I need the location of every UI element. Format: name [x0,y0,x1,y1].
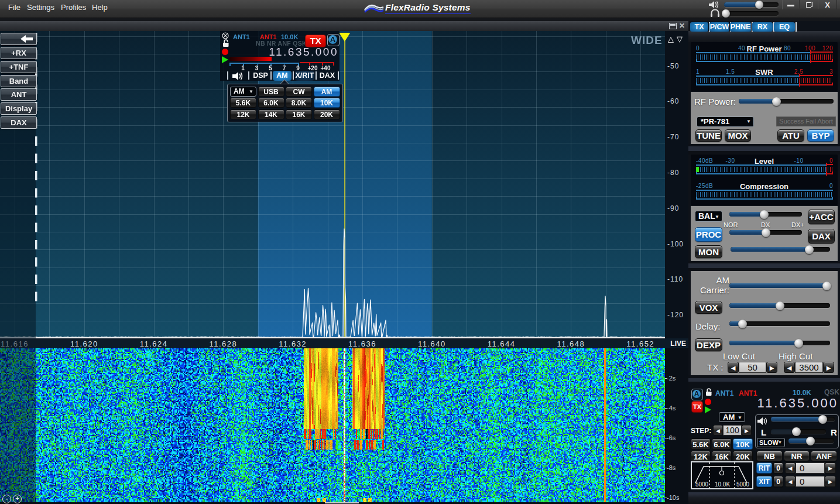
waterfall-canvas[interactable] [0,348,665,504]
rit-decrement-button[interactable]: ◀ [785,462,796,474]
close-button[interactable]: X [818,0,837,9]
low-cut-value[interactable]: 50 [739,362,766,373]
panadapter-close-icon[interactable]: ✕ [679,22,685,30]
filter-button-16k[interactable]: 16K [286,109,312,119]
low-cut-decrement-button[interactable]: ◀ [728,362,739,373]
filter-button-8.0k[interactable]: 8.0K [286,98,312,108]
filter-button-6.0k[interactable]: 6.0K [258,98,284,108]
flag-auto-button[interactable]: A [327,34,340,46]
headphone-slider[interactable] [724,11,779,16]
band-down-icon[interactable]: ▽ [677,35,683,43]
rx-filter-button-12k[interactable]: 12K [691,451,711,462]
high-cut-value[interactable]: 3500 [795,362,823,373]
proc-button[interactable]: PROC [695,227,722,242]
flag-tab-x-rit[interactable]: X/RIT [295,71,314,81]
sidebar-item-rx[interactable]: +RX [1,47,37,59]
rx-mode-dropdown[interactable]: AM ▼ [719,412,745,422]
play-icon[interactable] [222,56,228,63]
delay-slider[interactable] [729,321,830,326]
vox-slider[interactable] [729,303,830,308]
mode-button-am[interactable]: AM [314,87,340,97]
sidebar-item-display[interactable]: Display [1,102,37,115]
headphone-slider-knob[interactable] [722,9,730,18]
flag-audio-tab-icon[interactable] [232,71,245,81]
flag-panel[interactable]: ANT1 ANT1 10.0K NB NR ANF QSK TX A 11.63… [220,31,340,81]
rx-filter-button-20k[interactable]: 20K [733,451,753,462]
step-decrement-button[interactable]: ◀ [713,425,723,436]
record-icon[interactable] [222,49,228,55]
menu-settings[interactable]: Settings [23,2,58,13]
filter-button-5.6k[interactable]: 5.6K [230,98,256,108]
rx-tx-antenna[interactable]: ANT1 [739,389,757,397]
flag-tab-am[interactable]: AM [273,71,292,81]
restore-button[interactable] [800,0,818,9]
rf-power-slider[interactable] [739,99,834,104]
rx-frequency[interactable]: 11.635.000 [757,396,838,411]
mon-slider-knob[interactable] [805,245,814,254]
zoom-out-button[interactable]: - [2,495,11,503]
rx-filter-button-6.0k[interactable]: 6.0K [712,438,732,450]
panel-tab-tx[interactable]: TX [690,22,708,32]
rit-increment-button[interactable]: ▶ [825,462,836,474]
sidebar-back-button[interactable] [1,33,37,45]
byp-button[interactable]: BYP [807,129,834,142]
rx-pan-slider[interactable] [771,429,826,434]
menu-profiles[interactable]: Profiles [57,2,90,13]
delay-slider-knob[interactable] [738,320,747,328]
sidebar-item-band[interactable]: Band [1,75,37,87]
xit-value[interactable]: 0 [796,476,825,487]
am-carrier-slider[interactable] [729,283,830,288]
flag-frequency[interactable]: 11.635.000 [269,46,338,59]
rx-lock-open-icon[interactable] [705,388,712,396]
rit-value[interactable]: 0 [796,462,825,474]
low-cut-increment-button[interactable]: ▶ [766,362,777,373]
minimize-button[interactable] [782,0,800,9]
rx-pan-slider-knob[interactable] [792,427,801,436]
rx-volume-slider[interactable] [771,417,835,421]
menu-file[interactable]: File [5,2,24,13]
high-cut-decrement-button[interactable]: ◀ [784,362,795,373]
proc-slider-knob[interactable] [762,228,770,237]
rx-tx-button[interactable]: TX [691,401,703,413]
tune-button[interactable]: TUNE [695,129,722,142]
dexp-slider-knob[interactable] [794,339,803,348]
flag-rx-antenna[interactable]: ANT1 [233,33,250,40]
mon-slider[interactable] [731,247,830,252]
step-increment-button[interactable]: ▶ [742,425,752,436]
rx-play-icon[interactable] [705,406,711,413]
waterfall-display[interactable] [0,348,665,504]
xit-decrement-button[interactable]: ◀ [785,476,796,487]
rx-agc-slider-knob[interactable] [806,437,815,445]
flag-mode-dropdown[interactable]: AM▼ [230,87,256,97]
rx-record-icon[interactable] [705,399,711,405]
xit-increment-button[interactable]: ▶ [825,476,836,487]
rf-power-slider-knob[interactable] [772,97,781,106]
mode-button-cw[interactable]: CW [286,87,312,97]
rx-filter-button-16k[interactable]: 16K [712,451,732,462]
dax-button[interactable]: DAX [808,229,835,244]
dexp-slider[interactable] [729,341,830,345]
rx-dsp-button-nb[interactable]: NB [756,451,783,461]
mon-button[interactable]: MON [695,245,722,258]
vox-slider-knob[interactable] [776,301,784,310]
rx-auto-button[interactable]: A [691,389,703,400]
volume-slider-knob[interactable] [755,1,763,9]
lock-open-icon[interactable] [222,39,229,47]
profile-dropdown[interactable]: *PR-781 ▼ [697,116,754,127]
mox-button[interactable]: MOX [725,129,751,142]
volume-slider[interactable] [724,2,779,7]
band-up-icon[interactable]: △ [668,35,674,43]
dexp-button[interactable]: DEXP [695,338,722,351]
filter-button-20k[interactable]: 20K [314,109,340,119]
panel-tab-phne[interactable]: PHNE [730,22,751,32]
mode-button-usb[interactable]: USB [258,87,284,97]
rx-filter-button-10k[interactable]: 10K [733,438,753,450]
sidebar-item-dax[interactable]: DAX [1,116,37,129]
filter-button-14k[interactable]: 14K [258,109,284,119]
high-cut-increment-button[interactable]: ▶ [823,362,834,373]
bal-slider[interactable] [729,212,802,217]
rx-agc-slider[interactable] [788,438,834,443]
acc-button[interactable]: +ACC [808,210,835,224]
bal-slider-knob[interactable] [760,210,769,219]
rx-filter-button-5.6k[interactable]: 5.6K [691,438,711,450]
